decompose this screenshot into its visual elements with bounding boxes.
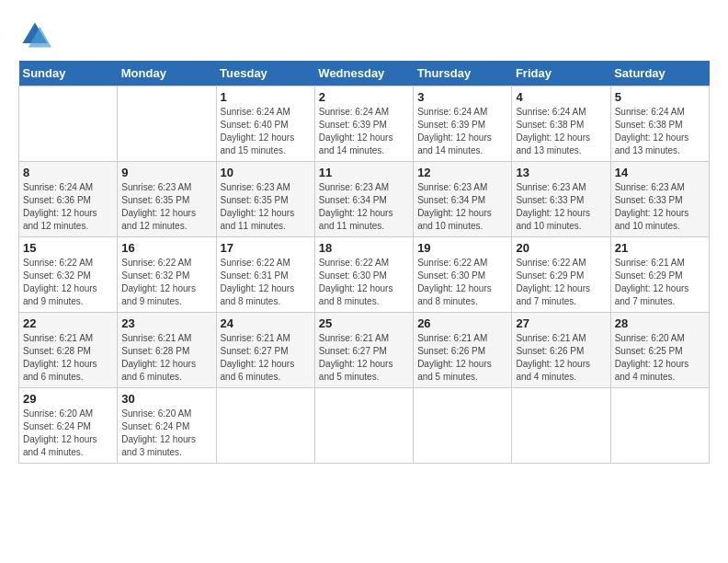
day-number: 17: [221, 241, 311, 255]
day-info: Sunrise: 6:24 AMSunset: 6:38 PMDaylight:…: [516, 106, 606, 157]
calendar-day-5: 5Sunrise: 6:24 AMSunset: 6:38 PMDaylight…: [610, 86, 709, 162]
calendar-week-2: 8Sunrise: 6:24 AMSunset: 6:36 PMDaylight…: [19, 162, 710, 237]
day-number: 22: [23, 316, 113, 330]
calendar-day-19: 19Sunrise: 6:22 AMSunset: 6:30 PMDayligh…: [414, 237, 512, 313]
day-info: Sunrise: 6:24 AMSunset: 6:36 PMDaylight:…: [23, 181, 113, 233]
logo-icon: [18, 18, 51, 52]
calendar-day-22: 22Sunrise: 6:21 AMSunset: 6:28 PMDayligh…: [19, 313, 118, 388]
calendar-day-15: 15Sunrise: 6:22 AMSunset: 6:32 PMDayligh…: [19, 237, 118, 313]
logo: [18, 18, 55, 52]
calendar-day-26: 26Sunrise: 6:21 AMSunset: 6:26 PMDayligh…: [414, 313, 512, 388]
day-info: Sunrise: 6:20 AMSunset: 6:24 PMDaylight:…: [23, 408, 113, 459]
day-number: 20: [516, 241, 606, 255]
calendar-day-30: 30Sunrise: 6:20 AMSunset: 6:24 PMDayligh…: [118, 388, 216, 464]
column-header-tuesday: Tuesday: [216, 61, 314, 86]
calendar-day-9: 9Sunrise: 6:23 AMSunset: 6:35 PMDaylight…: [118, 162, 216, 237]
calendar-day-28: 28Sunrise: 6:20 AMSunset: 6:25 PMDayligh…: [610, 313, 709, 388]
empty-cell: [414, 388, 512, 464]
day-info: Sunrise: 6:24 AMSunset: 6:40 PMDaylight:…: [221, 106, 311, 157]
empty-cell: [118, 86, 216, 162]
calendar-day-2: 2Sunrise: 6:24 AMSunset: 6:39 PMDaylight…: [314, 86, 413, 162]
day-number: 11: [319, 166, 409, 179]
day-info: Sunrise: 6:22 AMSunset: 6:32 PMDaylight:…: [121, 257, 211, 308]
day-number: 26: [417, 316, 507, 330]
calendar-day-11: 11Sunrise: 6:23 AMSunset: 6:34 PMDayligh…: [314, 162, 413, 237]
column-header-friday: Friday: [512, 61, 610, 86]
calendar-week-1: 1Sunrise: 6:24 AMSunset: 6:40 PMDaylight…: [19, 86, 710, 162]
day-info: Sunrise: 6:22 AMSunset: 6:32 PMDaylight:…: [23, 257, 113, 308]
day-info: Sunrise: 6:20 AMSunset: 6:25 PMDaylight:…: [615, 332, 705, 384]
calendar-week-5: 29Sunrise: 6:20 AMSunset: 6:24 PMDayligh…: [19, 388, 710, 464]
day-number: 28: [615, 316, 705, 330]
day-number: 13: [516, 166, 606, 179]
day-number: 5: [615, 90, 705, 104]
calendar-day-13: 13Sunrise: 6:23 AMSunset: 6:33 PMDayligh…: [512, 162, 610, 237]
calendar-week-4: 22Sunrise: 6:21 AMSunset: 6:28 PMDayligh…: [19, 313, 710, 388]
day-number: 9: [121, 166, 211, 179]
empty-cell: [512, 388, 610, 464]
day-number: 30: [121, 392, 211, 406]
calendar-day-8: 8Sunrise: 6:24 AMSunset: 6:36 PMDaylight…: [19, 162, 118, 237]
day-info: Sunrise: 6:20 AMSunset: 6:24 PMDaylight:…: [121, 408, 211, 459]
day-number: 27: [516, 316, 606, 330]
calendar-day-16: 16Sunrise: 6:22 AMSunset: 6:32 PMDayligh…: [118, 237, 216, 313]
day-info: Sunrise: 6:22 AMSunset: 6:29 PMDaylight:…: [516, 257, 606, 308]
empty-cell: [610, 388, 709, 464]
calendar-day-23: 23Sunrise: 6:21 AMSunset: 6:28 PMDayligh…: [118, 313, 216, 388]
day-info: Sunrise: 6:21 AMSunset: 6:28 PMDaylight:…: [121, 332, 211, 384]
day-info: Sunrise: 6:24 AMSunset: 6:39 PMDaylight:…: [417, 106, 507, 157]
day-info: Sunrise: 6:23 AMSunset: 6:35 PMDaylight:…: [221, 181, 311, 233]
day-number: 19: [417, 241, 507, 255]
calendar-table: SundayMondayTuesdayWednesdayThursdayFrid…: [18, 61, 710, 464]
day-number: 2: [319, 90, 409, 104]
calendar-day-4: 4Sunrise: 6:24 AMSunset: 6:38 PMDaylight…: [512, 86, 610, 162]
day-info: Sunrise: 6:21 AMSunset: 6:27 PMDaylight:…: [319, 332, 409, 384]
column-header-thursday: Thursday: [414, 61, 512, 86]
day-number: 14: [615, 166, 705, 179]
day-number: 23: [121, 316, 211, 330]
calendar-day-17: 17Sunrise: 6:22 AMSunset: 6:31 PMDayligh…: [216, 237, 314, 313]
calendar-week-3: 15Sunrise: 6:22 AMSunset: 6:32 PMDayligh…: [19, 237, 710, 313]
day-info: Sunrise: 6:23 AMSunset: 6:33 PMDaylight:…: [516, 181, 606, 233]
calendar-day-14: 14Sunrise: 6:23 AMSunset: 6:33 PMDayligh…: [610, 162, 709, 237]
calendar-day-1: 1Sunrise: 6:24 AMSunset: 6:40 PMDaylight…: [216, 86, 314, 162]
column-header-wednesday: Wednesday: [314, 61, 413, 86]
day-number: 15: [23, 241, 113, 255]
column-header-monday: Monday: [118, 61, 216, 86]
day-info: Sunrise: 6:21 AMSunset: 6:26 PMDaylight:…: [417, 332, 507, 384]
day-number: 3: [417, 90, 507, 104]
day-info: Sunrise: 6:23 AMSunset: 6:34 PMDaylight:…: [319, 181, 409, 233]
empty-cell: [216, 388, 314, 464]
calendar-day-24: 24Sunrise: 6:21 AMSunset: 6:27 PMDayligh…: [216, 313, 314, 388]
day-number: 16: [121, 241, 211, 255]
day-info: Sunrise: 6:23 AMSunset: 6:33 PMDaylight:…: [615, 181, 705, 233]
day-number: 4: [516, 90, 606, 104]
day-number: 18: [319, 241, 409, 255]
calendar-day-29: 29Sunrise: 6:20 AMSunset: 6:24 PMDayligh…: [19, 388, 118, 464]
empty-cell: [19, 86, 118, 162]
day-number: 1: [221, 90, 311, 104]
day-info: Sunrise: 6:22 AMSunset: 6:30 PMDaylight:…: [417, 257, 507, 308]
day-info: Sunrise: 6:22 AMSunset: 6:31 PMDaylight:…: [221, 257, 311, 308]
calendar-day-21: 21Sunrise: 6:21 AMSunset: 6:29 PMDayligh…: [610, 237, 709, 313]
column-header-sunday: Sunday: [19, 61, 118, 86]
empty-cell: [314, 388, 413, 464]
day-number: 12: [417, 166, 507, 179]
day-number: 29: [23, 392, 113, 406]
calendar-day-10: 10Sunrise: 6:23 AMSunset: 6:35 PMDayligh…: [216, 162, 314, 237]
day-info: Sunrise: 6:24 AMSunset: 6:39 PMDaylight:…: [319, 106, 409, 157]
calendar-day-20: 20Sunrise: 6:22 AMSunset: 6:29 PMDayligh…: [512, 237, 610, 313]
day-info: Sunrise: 6:23 AMSunset: 6:34 PMDaylight:…: [417, 181, 507, 233]
column-header-saturday: Saturday: [610, 61, 709, 86]
calendar-day-27: 27Sunrise: 6:21 AMSunset: 6:26 PMDayligh…: [512, 313, 610, 388]
day-info: Sunrise: 6:21 AMSunset: 6:29 PMDaylight:…: [615, 257, 705, 308]
day-info: Sunrise: 6:21 AMSunset: 6:26 PMDaylight:…: [516, 332, 606, 384]
calendar-day-18: 18Sunrise: 6:22 AMSunset: 6:30 PMDayligh…: [314, 237, 413, 313]
day-number: 21: [615, 241, 705, 255]
day-number: 8: [23, 166, 113, 179]
day-info: Sunrise: 6:23 AMSunset: 6:35 PMDaylight:…: [121, 181, 211, 233]
calendar-day-3: 3Sunrise: 6:24 AMSunset: 6:39 PMDaylight…: [414, 86, 512, 162]
day-number: 25: [319, 316, 409, 330]
day-info: Sunrise: 6:21 AMSunset: 6:27 PMDaylight:…: [221, 332, 311, 384]
day-info: Sunrise: 6:21 AMSunset: 6:28 PMDaylight:…: [23, 332, 113, 384]
